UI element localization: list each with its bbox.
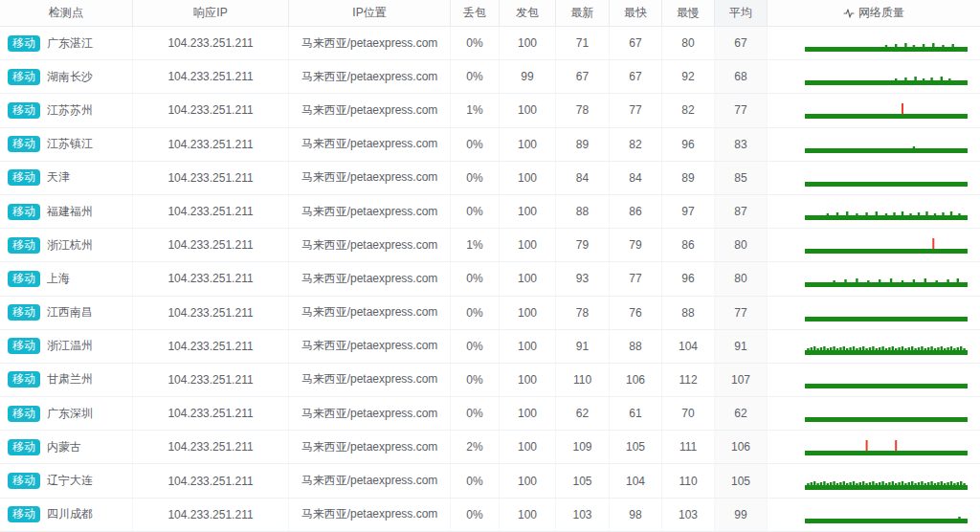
packet-loss: 0% xyxy=(451,195,500,228)
carrier-badge: 移动 xyxy=(8,271,40,287)
table-row[interactable]: 移动内蒙古104.233.251.211马来西亚/petaexpress.com… xyxy=(0,431,980,464)
node-cell: 移动广东湛江 xyxy=(0,27,133,59)
column-header-sent[interactable]: 发包 xyxy=(500,0,556,26)
slowest-latency: 103 xyxy=(662,499,715,531)
node-name: 湖南长沙 xyxy=(47,69,93,85)
packets-sent: 100 xyxy=(500,330,556,363)
latest-latency: 110 xyxy=(556,364,610,396)
fastest-latency: 104 xyxy=(610,464,662,497)
carrier-badge: 移动 xyxy=(8,304,40,321)
column-label: 丢包 xyxy=(463,5,486,21)
packet-loss: 0% xyxy=(451,60,500,93)
ip-location: 马来西亚/petaexpress.com xyxy=(289,262,451,295)
node-name: 甘肃兰州 xyxy=(47,371,93,388)
table-row[interactable]: 移动广东深圳104.233.251.211马来西亚/petaexpress.co… xyxy=(0,397,980,431)
average-latency: 83 xyxy=(715,128,768,161)
slowest-latency: 112 xyxy=(662,364,715,396)
column-header-quality[interactable]: 网络质量 xyxy=(768,0,980,26)
quality-cell xyxy=(768,499,980,531)
packet-loss: 0% xyxy=(451,262,500,295)
latest-latency: 84 xyxy=(556,162,610,194)
quality-sparkline xyxy=(805,167,968,188)
column-label: 最快 xyxy=(624,5,647,21)
fastest-latency: 82 xyxy=(610,128,662,161)
carrier-badge: 移动 xyxy=(8,439,40,455)
carrier-badge: 移动 xyxy=(8,237,40,254)
ip-location: 马来西亚/petaexpress.com xyxy=(289,162,451,194)
packets-sent: 100 xyxy=(500,397,556,430)
response-ip: 104.233.251.211 xyxy=(133,262,289,295)
response-ip: 104.233.251.211 xyxy=(133,229,289,261)
table-row[interactable]: 移动浙江杭州104.233.251.211马来西亚/petaexpress.co… xyxy=(0,229,980,262)
column-label: 最慢 xyxy=(677,5,700,21)
quality-cell xyxy=(768,364,980,396)
packet-loss: 0% xyxy=(451,364,500,396)
carrier-badge: 移动 xyxy=(8,406,40,422)
slowest-latency: 92 xyxy=(662,60,715,93)
table-row[interactable]: 移动四川成都104.233.251.211马来西亚/petaexpress.co… xyxy=(0,499,980,532)
fastest-latency: 105 xyxy=(610,431,662,463)
column-header-latest[interactable]: 最新 xyxy=(556,0,610,26)
fastest-latency: 67 xyxy=(610,27,662,59)
ip-location: 马来西亚/petaexpress.com xyxy=(289,499,451,531)
node-cell: 移动福建福州 xyxy=(0,195,133,228)
quality-cell xyxy=(768,128,980,161)
node-name: 广东深圳 xyxy=(47,406,93,422)
node-cell: 移动四川成都 xyxy=(0,499,133,531)
table-row[interactable]: 移动上海104.233.251.211马来西亚/petaexpress.com0… xyxy=(0,262,980,296)
table-row[interactable]: 移动广东湛江104.233.251.211马来西亚/petaexpress.co… xyxy=(0,27,980,60)
table-row[interactable]: 移动湖南长沙104.233.251.211马来西亚/petaexpress.co… xyxy=(0,60,980,94)
column-header-avg[interactable]: 平均 xyxy=(715,0,768,26)
node-name: 江苏苏州 xyxy=(47,102,93,119)
table-row[interactable]: 移动天津104.233.251.211马来西亚/petaexpress.com0… xyxy=(0,162,980,195)
quality-sparkline xyxy=(805,504,968,525)
quality-cell xyxy=(768,297,980,329)
ip-location: 马来西亚/petaexpress.com xyxy=(289,27,451,59)
column-header-fastest[interactable]: 最快 xyxy=(610,0,662,26)
node-cell: 移动广东深圳 xyxy=(0,397,133,430)
packet-loss: 0% xyxy=(451,499,500,531)
quality-cell xyxy=(768,229,980,261)
column-header-location[interactable]: IP位置 xyxy=(289,0,451,26)
carrier-badge: 移动 xyxy=(8,169,40,186)
average-latency: 77 xyxy=(715,94,768,126)
column-header-slowest[interactable]: 最慢 xyxy=(662,0,715,26)
slowest-latency: 86 xyxy=(662,229,715,261)
ip-location: 马来西亚/petaexpress.com xyxy=(289,330,451,363)
table-row[interactable]: 移动福建福州104.233.251.211马来西亚/petaexpress.co… xyxy=(0,195,980,229)
packets-sent: 100 xyxy=(500,195,556,228)
column-header-ip[interactable]: 响应IP xyxy=(133,0,289,26)
table-row[interactable]: 移动江西南昌104.233.251.211马来西亚/petaexpress.co… xyxy=(0,297,980,330)
response-ip: 104.233.251.211 xyxy=(133,464,289,497)
fastest-latency: 77 xyxy=(610,262,662,295)
packets-sent: 100 xyxy=(500,499,556,531)
quality-sparkline xyxy=(805,234,968,255)
response-ip: 104.233.251.211 xyxy=(133,162,289,194)
response-ip: 104.233.251.211 xyxy=(133,431,289,463)
table-row[interactable]: 移动浙江温州104.233.251.211马来西亚/petaexpress.co… xyxy=(0,330,980,364)
fastest-latency: 76 xyxy=(610,297,662,329)
ip-location: 马来西亚/petaexpress.com xyxy=(289,60,451,93)
ip-location: 马来西亚/petaexpress.com xyxy=(289,128,451,161)
table-row[interactable]: 移动甘肃兰州104.233.251.211马来西亚/petaexpress.co… xyxy=(0,364,980,397)
slowest-latency: 111 xyxy=(662,431,715,463)
quality-cell xyxy=(768,27,980,59)
column-header-loss[interactable]: 丢包 xyxy=(451,0,500,26)
latest-latency: 91 xyxy=(556,330,610,363)
quality-sparkline xyxy=(805,302,968,323)
fastest-latency: 84 xyxy=(610,162,662,194)
column-label: 检测点 xyxy=(49,5,83,21)
packets-sent: 100 xyxy=(500,364,556,396)
fastest-latency: 86 xyxy=(610,195,662,228)
header-row: 检测点 响应IP IP位置 丢包 发包 xyxy=(0,0,980,27)
table-row[interactable]: 移动辽宁大连104.233.251.211马来西亚/petaexpress.co… xyxy=(0,464,980,498)
average-latency: 67 xyxy=(715,27,768,59)
packets-sent: 100 xyxy=(500,262,556,295)
node-cell: 移动湖南长沙 xyxy=(0,60,133,93)
quality-cell xyxy=(768,162,980,194)
table-row[interactable]: 移动江苏苏州104.233.251.211马来西亚/petaexpress.co… xyxy=(0,94,980,127)
packet-loss: 0% xyxy=(451,464,500,497)
average-latency: 68 xyxy=(715,60,768,93)
table-row[interactable]: 移动江苏镇江104.233.251.211马来西亚/petaexpress.co… xyxy=(0,128,980,162)
column-header-node[interactable]: 检测点 xyxy=(0,0,133,26)
